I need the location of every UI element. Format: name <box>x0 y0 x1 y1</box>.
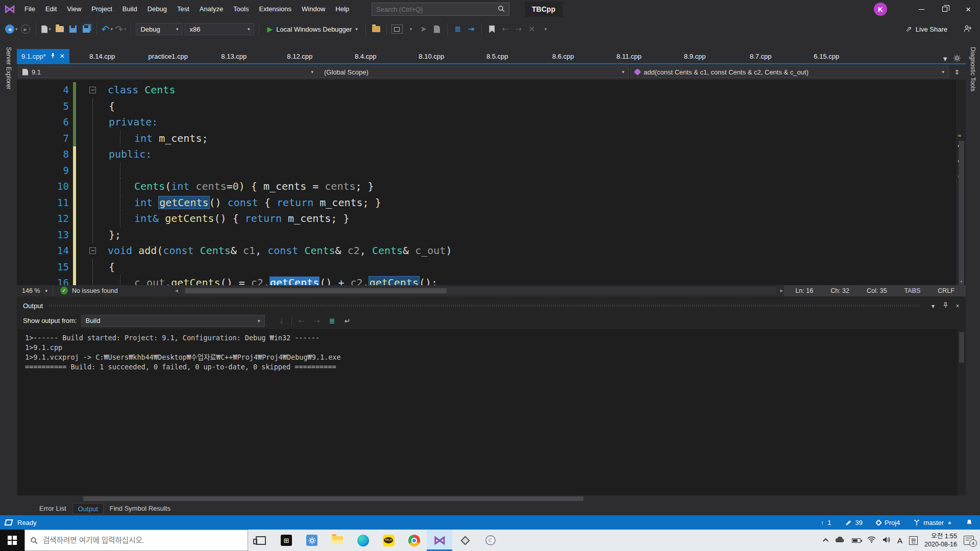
output-source-select[interactable]: Build▾ <box>81 315 265 327</box>
clear-all-icon[interactable]: ≣ <box>327 317 338 325</box>
taskbar-app-kakao[interactable]: TALK <box>376 530 401 551</box>
server-explorer-strip[interactable]: Server Explorer <box>0 40 17 515</box>
tab-practice1.cpp[interactable]: practice1.cpp <box>135 49 201 63</box>
code-line-13[interactable]: 13}; <box>17 227 966 243</box>
tab-8.10.cpp[interactable]: 8.10.cpp <box>399 49 464 63</box>
tab-9.1.cpp*[interactable]: 9.1.cpp*✕ <box>17 49 69 63</box>
bookmark-overflow-dropdown[interactable]: ▾ <box>540 23 551 35</box>
code-line-15[interactable]: 15{ <box>17 259 966 276</box>
panel-pin-icon[interactable] <box>939 302 951 310</box>
open-file-button[interactable] <box>54 23 65 35</box>
taskbar-clock[interactable]: 오전 1:55 2020-08-16 <box>924 532 957 549</box>
pointer-tool-icon[interactable]: ➤ <box>418 23 429 35</box>
onedrive-cloud-icon[interactable] <box>835 536 845 544</box>
tab-close-icon[interactable]: ✕ <box>60 53 65 60</box>
fold-toggle-icon[interactable]: − <box>89 247 96 254</box>
bookmark-button[interactable] <box>486 23 498 35</box>
code-line-4[interactable]: 4−class Cents <box>17 82 966 98</box>
menu-window[interactable]: Window <box>297 0 330 18</box>
menu-test[interactable]: Test <box>172 0 194 18</box>
add-person-icon[interactable] <box>964 25 972 34</box>
menu-analyze[interactable]: Analyze <box>194 0 228 18</box>
undo-button[interactable]: ↶▾ <box>102 23 113 35</box>
tab-8.12.cpp[interactable]: 8.12.cpp <box>267 49 333 63</box>
code-line-14[interactable]: 14−void add(const Cents& c1, const Cents… <box>17 243 966 259</box>
ime-mode-indicator[interactable]: A <box>897 536 902 545</box>
tab-8.11.cpp[interactable]: 8.11.cpp <box>596 49 662 63</box>
code-editor[interactable]: 4−class Cents5{6private:7int m_cents;8pu… <box>17 80 966 285</box>
project-dropdown[interactable]: 9.1▾ <box>18 66 318 78</box>
git-repo-indicator[interactable]: Proj4 <box>876 519 900 527</box>
code-line-5[interactable]: 5{ <box>17 98 966 115</box>
code-line-12[interactable]: 12int& getCents() { return m_cents; } <box>17 211 966 227</box>
tab-pin-icon[interactable] <box>50 53 56 60</box>
navigate-forward-button[interactable]: ► <box>20 23 31 35</box>
redo-button[interactable]: ↷▾ <box>115 23 126 35</box>
taskbar-app-task-view[interactable] <box>248 530 274 551</box>
next-bookmark-button[interactable]: ⇢ <box>513 23 524 35</box>
diagnostic-tools-strip[interactable]: Diagnostic Tools <box>966 40 980 515</box>
quick-search-input[interactable] <box>376 6 498 13</box>
code-line-8[interactable]: 8public: <box>17 146 966 163</box>
close-button[interactable]: × <box>957 0 980 18</box>
configuration-select[interactable]: Debug▾ <box>136 23 183 35</box>
platform-select[interactable]: x86▾ <box>185 23 254 35</box>
editor-horizontal-scrollbar[interactable] <box>182 287 776 294</box>
save-button[interactable] <box>67 23 79 35</box>
code-line-6[interactable]: 6private: <box>17 114 966 131</box>
navigate-back-button[interactable]: ◄▾ <box>5 23 18 35</box>
taskbar-app-spiral[interactable] <box>478 530 503 551</box>
minimize-button[interactable] <box>910 0 933 18</box>
prev-message-icon[interactable]: ⇠ <box>296 317 307 325</box>
indent-decrease-button[interactable]: ≣ <box>452 23 463 35</box>
panel-tab-error-list[interactable]: Error List <box>34 503 71 514</box>
restore-button[interactable] <box>933 0 957 18</box>
menu-view[interactable]: View <box>62 0 86 18</box>
scroll-right-icon[interactable]: ► <box>779 288 784 293</box>
editor-vertical-scrollbar[interactable]: ▾ <box>957 80 966 285</box>
taskbar-search-input[interactable] <box>43 536 242 544</box>
new-project-button[interactable]: ▾ <box>41 23 52 35</box>
taskbar-app-edge[interactable] <box>350 530 376 551</box>
tab-8.13.cpp[interactable]: 8.13.cpp <box>201 49 267 63</box>
wifi-icon[interactable] <box>867 536 876 544</box>
tabs-indicator[interactable]: TABS <box>904 287 921 294</box>
action-center-icon[interactable]: 4 <box>964 536 974 545</box>
start-debug-button[interactable]: ▶ Local Windows Debugger▾ <box>264 25 360 33</box>
git-branch-indicator[interactable]: master ▲ <box>914 519 952 527</box>
account-avatar[interactable]: K <box>874 3 887 16</box>
notifications-bell[interactable] <box>966 519 973 526</box>
prev-bookmark-button[interactable]: ⇠ <box>500 23 511 35</box>
copy-tool-icon[interactable] <box>431 23 443 35</box>
split-editor-handle[interactable]: ⇕ <box>950 68 964 76</box>
menu-build[interactable]: Build <box>117 0 142 18</box>
taskbar-app-vs[interactable]: ⋈ <box>427 530 452 551</box>
scroll-down-icon[interactable]: ▾ <box>957 279 966 284</box>
taskbar-app-chrome[interactable] <box>401 530 427 551</box>
panel-tab-find-symbol-results[interactable]: Find Symbol Results <box>105 503 176 514</box>
taskbar-app-settings[interactable] <box>299 530 325 551</box>
member-dropdown[interactable]: add(const Cents & c1, const Cents & c2, … <box>630 66 949 78</box>
output-vertical-scrollbar[interactable] <box>958 329 966 496</box>
git-push-count[interactable]: ↑ 1 <box>821 519 831 527</box>
taskbar-search[interactable] <box>24 530 248 551</box>
toolbar-overflow-dropdown[interactable]: ▾ <box>405 23 416 35</box>
tab-8.7.cpp[interactable]: 8.7.cpp <box>728 49 794 63</box>
scope-dropdown[interactable]: (Global Scope)▾ <box>320 66 629 78</box>
output-log[interactable]: 1>------ Build started: Project: 9.1, Co… <box>18 329 966 496</box>
start-button[interactable] <box>0 530 24 551</box>
tab-8.5.cpp[interactable]: 8.5.cpp <box>464 49 530 63</box>
menu-project[interactable]: Project <box>86 0 117 18</box>
volume-icon[interactable] <box>883 536 891 545</box>
tab-options-gear-icon[interactable] <box>953 55 961 63</box>
panel-position-icon[interactable]: ▾ <box>927 303 939 310</box>
quick-search[interactable] <box>372 3 509 16</box>
panel-drag-handle[interactable] <box>49 305 921 307</box>
hidden-icons-chevron[interactable] <box>823 538 828 544</box>
menu-extensions[interactable]: Extensions <box>254 0 297 18</box>
tab-8.14.cpp[interactable]: 8.14.cpp <box>69 49 135 63</box>
window-list-icon[interactable]: ▼ <box>942 55 948 63</box>
tab-8.6.cpp[interactable]: 8.6.cpp <box>530 49 596 63</box>
tab-6.15.cpp[interactable]: 6.15.cpp <box>794 49 860 63</box>
code-line-11[interactable]: 11int getCents() const { return m_cents;… <box>17 195 966 211</box>
